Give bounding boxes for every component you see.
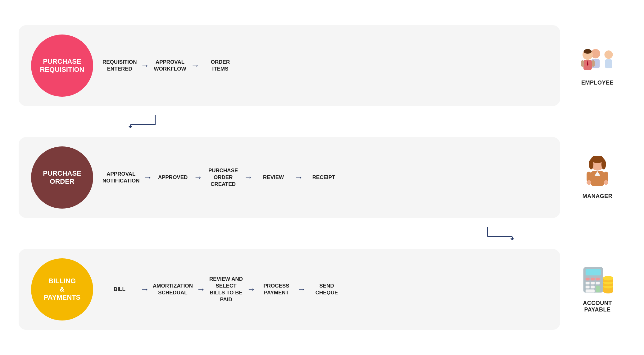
arrow-icon: →	[197, 284, 205, 294]
arrow-icon: →	[297, 284, 306, 294]
svg-marker-27	[510, 238, 514, 240]
step-order-items: ORDER ITEMS	[203, 59, 238, 72]
svg-rect-37	[591, 286, 595, 288]
svg-rect-39	[586, 289, 595, 292]
svg-rect-38	[596, 286, 600, 293]
card-purchase-requisition: PURCHASE REQUISITION REQUISITION ENTERED…	[19, 25, 560, 106]
connector-1-2	[19, 115, 625, 128]
svg-rect-1	[605, 59, 612, 68]
step-bill: BILL	[102, 286, 137, 293]
accountpayable-icon	[580, 266, 615, 297]
arrow-icon: →	[141, 61, 149, 71]
arrow-icon: →	[194, 173, 202, 182]
svg-rect-30	[586, 278, 590, 280]
manager-label: MANAGER	[583, 193, 613, 200]
side-manager: MANAGER	[569, 156, 625, 200]
step-approved: APPROVED	[156, 174, 190, 181]
manager-icon	[585, 156, 610, 190]
svg-point-23	[604, 180, 608, 185]
account-payable-label: ACCOUNT PAYABLE	[583, 300, 612, 313]
card-purchase-order: PURCHASE ORDER APPROVAL NOTIFICATION → A…	[19, 137, 560, 218]
svg-rect-8	[581, 60, 584, 67]
arrow-icon: →	[247, 284, 256, 294]
svg-point-22	[587, 180, 591, 185]
circle-purchase-requisition: PURCHASE REQUISITION	[31, 35, 93, 97]
circle-billing-payments: BILLING & PAYMENTS	[31, 258, 93, 320]
step-process-payment: PROCESS PAYMENT	[259, 283, 293, 296]
svg-point-46	[603, 276, 613, 281]
svg-rect-32	[596, 278, 600, 280]
arrow-icon: →	[191, 61, 200, 71]
svg-marker-13	[129, 126, 132, 128]
side-employee: EMPLOYEE	[569, 45, 625, 86]
svg-rect-35	[596, 282, 600, 284]
step-amortization-schedual: AMORTIZATION SCHEDUAL	[153, 283, 193, 296]
svg-point-17	[601, 159, 606, 169]
svg-rect-36	[586, 286, 590, 288]
arrow-icon: →	[140, 284, 149, 294]
steps-billing: BILL → AMORTIZATION SCHEDUAL → REVIEW AN…	[102, 276, 548, 303]
employee-label: EMPLOYEE	[581, 80, 614, 86]
arrow-icon: →	[294, 173, 303, 182]
arrow-icon: →	[244, 173, 253, 182]
svg-rect-9	[592, 60, 595, 67]
arrow-icon: →	[143, 173, 152, 182]
row-billing-payments: BILLING & PAYMENTS BILL → AMORTIZATION S…	[19, 249, 625, 330]
step-review-select-bills: REVIEW AND SELECT BILLS TO BE PAID	[209, 276, 243, 303]
svg-rect-33	[586, 282, 590, 284]
card-billing-payments: BILLING & PAYMENTS BILL → AMORTIZATION S…	[19, 249, 560, 330]
row-purchase-requisition: PURCHASE REQUISITION REQUISITION ENTERED…	[19, 25, 625, 106]
connector-2-3	[19, 227, 625, 240]
svg-point-0	[605, 50, 613, 59]
employee-icon	[579, 45, 616, 76]
connector-arrow-2-icon	[484, 227, 522, 240]
svg-rect-29	[586, 269, 601, 275]
connector-arrow-icon	[127, 115, 165, 128]
step-purchase-order-created: PURCHASE ORDER CREATED	[206, 167, 240, 188]
step-receipt: RECEIPT	[307, 174, 341, 181]
main-container: PURCHASE REQUISITION REQUISITION ENTERED…	[0, 0, 644, 355]
svg-point-16	[589, 159, 594, 169]
steps-requisition: REQUISITION ENTERED → APPROVAL WORKFLOW …	[102, 59, 548, 72]
step-review: REVIEW	[256, 174, 291, 181]
svg-point-5	[584, 49, 592, 53]
circle-purchase-order: PURCHASE ORDER	[31, 146, 93, 209]
svg-rect-34	[591, 282, 595, 284]
step-approval-workflow: APPROVAL WORKFLOW	[153, 59, 187, 72]
step-send-cheque: SEND CHEQUE	[310, 283, 344, 296]
step-requisition-entered: REQUISITION ENTERED	[102, 59, 137, 72]
side-account-payable: ACCOUNT PAYABLE	[569, 266, 625, 313]
steps-order: APPROVAL NOTIFICATION → APPROVED → PURCH…	[102, 167, 548, 188]
step-approval-notification: APPROVAL NOTIFICATION	[102, 171, 140, 184]
svg-rect-31	[591, 278, 595, 280]
row-purchase-order: PURCHASE ORDER APPROVAL NOTIFICATION → A…	[19, 137, 625, 218]
